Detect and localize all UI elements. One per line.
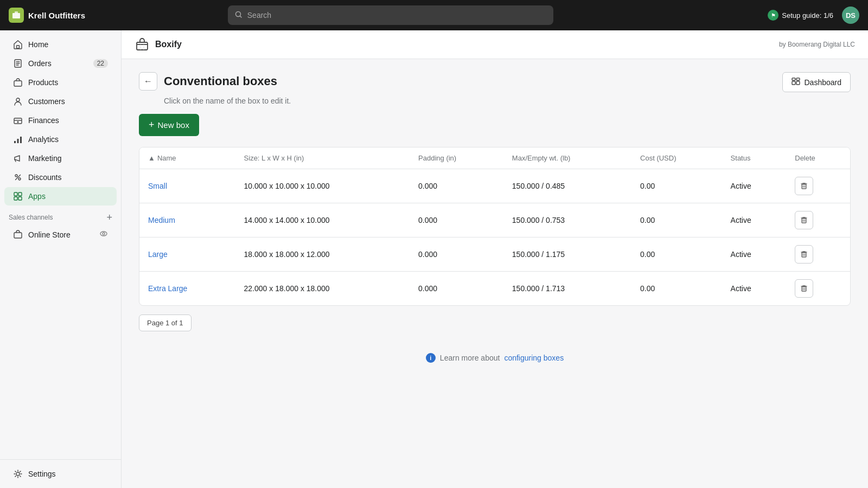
- cell-max-wt-extra-large: 150.000 / 1.713: [503, 272, 631, 306]
- col-padding: Padding (in): [410, 147, 503, 169]
- page-content: ← Conventional boxes Dashboard Click on …: [122, 59, 868, 376]
- sidebar-bottom: Settings: [0, 459, 121, 484]
- cell-cost-extra-large: 0.00: [631, 272, 722, 306]
- app-credit: by Boomerang Digital LLC: [779, 41, 855, 48]
- delete-button-extra-large[interactable]: [795, 279, 813, 298]
- setup-guide-label: Setup guide: 1/6: [782, 11, 833, 20]
- cell-padding-extra-large: 0.000: [410, 272, 503, 306]
- svg-rect-25: [792, 78, 795, 80]
- svg-point-20: [103, 233, 105, 235]
- sidebar-item-settings[interactable]: Settings: [4, 465, 117, 483]
- sidebar-item-marketing[interactable]: Marketing: [4, 149, 117, 168]
- cell-name-medium: Medium: [139, 203, 235, 237]
- cell-delete-extra-large: [786, 272, 850, 306]
- brand-name: Krell Outfitters: [28, 11, 85, 20]
- cell-size-small: 10.000 x 10.000 x 10.000: [235, 169, 410, 203]
- configuring-boxes-link[interactable]: configuring boxes: [504, 354, 564, 362]
- app-header-bar: Boxify by Boomerang Digital LLC: [122, 30, 868, 59]
- cell-status-small: Active: [722, 169, 787, 203]
- sidebar-item-orders[interactable]: Orders22: [4, 54, 117, 73]
- box-name-link-medium[interactable]: Medium: [148, 216, 175, 224]
- orders-icon: [13, 59, 23, 68]
- svg-rect-18: [14, 233, 22, 238]
- cell-padding-large: 0.000: [410, 237, 503, 272]
- delete-button-large[interactable]: [795, 245, 813, 264]
- box-name-link-large[interactable]: Large: [148, 250, 168, 259]
- svg-rect-9: [14, 141, 16, 143]
- cell-delete-small: [786, 169, 850, 203]
- sidebar-item-analytics[interactable]: Analytics: [4, 130, 117, 149]
- customers-icon: [13, 97, 23, 106]
- apps-icon: [13, 191, 23, 201]
- page-title: Conventional boxes: [164, 74, 277, 88]
- delete-button-medium[interactable]: [795, 211, 813, 229]
- svg-rect-27: [802, 184, 806, 189]
- products-icon: [13, 78, 23, 87]
- svg-rect-3: [17, 46, 20, 48]
- sidebar-item-products[interactable]: Products: [4, 73, 117, 92]
- sidebar-item-customers[interactable]: Customers: [4, 92, 117, 111]
- svg-rect-16: [14, 197, 17, 200]
- table-body: Small 10.000 x 10.000 x 10.000 0.000 150…: [139, 169, 850, 306]
- sidebar-item-online-store[interactable]: Online Store: [4, 225, 117, 244]
- dashboard-btn-label: Dashboard: [805, 78, 842, 87]
- marketing-icon: [13, 153, 23, 163]
- svg-point-13: [18, 178, 21, 180]
- table-header: ▲Name Size: L x W x H (in) Padding (in) …: [139, 147, 850, 169]
- new-box-button[interactable]: + New box: [139, 114, 199, 136]
- dashboard-button[interactable]: Dashboard: [782, 72, 851, 92]
- sidebar-badge-orders: 22: [93, 59, 108, 68]
- svg-rect-26: [796, 78, 800, 80]
- box-name-link-small[interactable]: Small: [148, 182, 167, 190]
- back-button[interactable]: ←: [139, 72, 157, 91]
- topbar-right: ⚑ Setup guide: 1/6 DS: [768, 7, 859, 24]
- svg-rect-29: [802, 253, 806, 257]
- delete-button-small[interactable]: [795, 177, 813, 195]
- cell-size-medium: 14.000 x 14.000 x 10.000: [235, 203, 410, 237]
- cell-name-small: Small: [139, 169, 235, 203]
- svg-rect-28: [802, 219, 806, 223]
- cell-delete-medium: [786, 203, 850, 237]
- col-max-wt: Max/Empty wt. (lb): [503, 147, 631, 169]
- cell-max-wt-small: 150.000 / 0.485: [503, 169, 631, 203]
- table-row: Small 10.000 x 10.000 x 10.000 0.000 150…: [139, 169, 850, 203]
- footer-info-text: Learn more about: [440, 354, 500, 362]
- box-name-link-extra-large[interactable]: Extra Large: [148, 284, 187, 293]
- search-bar: [228, 5, 553, 25]
- search-input[interactable]: [247, 11, 547, 20]
- setup-guide[interactable]: ⚑ Setup guide: 1/6: [768, 10, 833, 21]
- svg-rect-30: [802, 287, 806, 291]
- sidebar-item-apps[interactable]: Apps: [4, 187, 117, 206]
- new-box-plus-icon: +: [149, 119, 155, 131]
- cell-size-extra-large: 22.000 x 18.000 x 18.000: [235, 272, 410, 306]
- sidebar-item-finances[interactable]: Finances: [4, 111, 117, 130]
- sidebar-item-label-home: Home: [28, 40, 48, 49]
- svg-point-21: [16, 472, 20, 476]
- footer-info: i Learn more about configuring boxes: [139, 353, 851, 363]
- online-store-view-button[interactable]: [99, 229, 108, 240]
- main-content: Boxify by Boomerang Digital LLC ← Conven…: [122, 30, 868, 488]
- table-row: Medium 14.000 x 14.000 x 10.000 0.000 15…: [139, 203, 850, 237]
- settings-icon: [13, 469, 23, 479]
- online-store-label: Online Store: [28, 230, 71, 239]
- dashboard-icon: [792, 77, 800, 87]
- sidebar-item-discounts[interactable]: Discounts: [4, 168, 117, 187]
- cell-name-extra-large: Extra Large: [139, 272, 235, 306]
- svg-rect-11: [20, 137, 22, 143]
- sales-channels-label: Sales channels: [9, 214, 53, 221]
- cell-delete-large: [786, 237, 850, 272]
- search-icon: [234, 10, 243, 21]
- sidebar-item-label-discounts: Discounts: [28, 173, 61, 182]
- add-sales-channel-button[interactable]: +: [106, 213, 112, 222]
- new-box-label: New box: [158, 120, 189, 130]
- svg-rect-24: [796, 81, 800, 85]
- svg-point-19: [100, 232, 107, 236]
- sidebar-item-label-apps: Apps: [28, 192, 46, 201]
- finances-icon: [13, 115, 23, 125]
- topbar: Krell Outfitters ⚑ Setup guide: 1/6 DS: [0, 0, 868, 30]
- svg-rect-0: [12, 13, 20, 18]
- avatar[interactable]: DS: [842, 7, 859, 24]
- sidebar: HomeOrders22ProductsCustomersFinancesAna…: [0, 30, 122, 488]
- sidebar-item-home[interactable]: Home: [4, 35, 117, 54]
- sidebar-item-label-analytics: Analytics: [28, 135, 59, 144]
